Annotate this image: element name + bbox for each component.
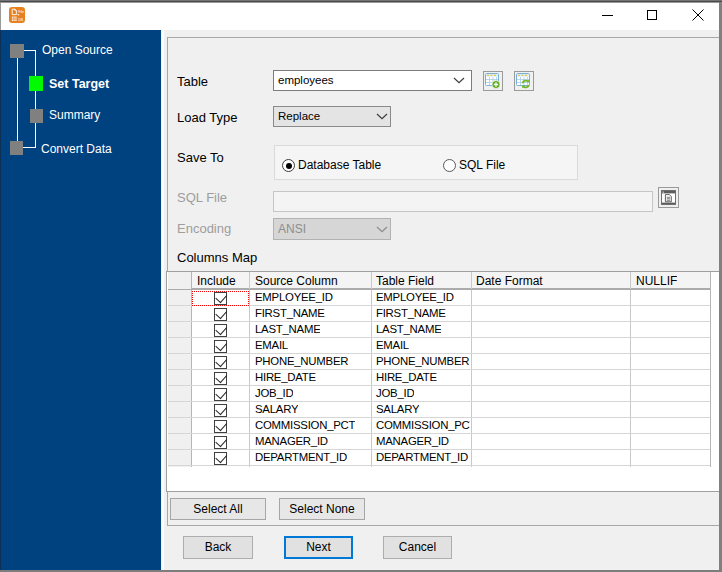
svg-text:File: File	[18, 10, 24, 14]
svg-text:DB: DB	[18, 18, 24, 22]
